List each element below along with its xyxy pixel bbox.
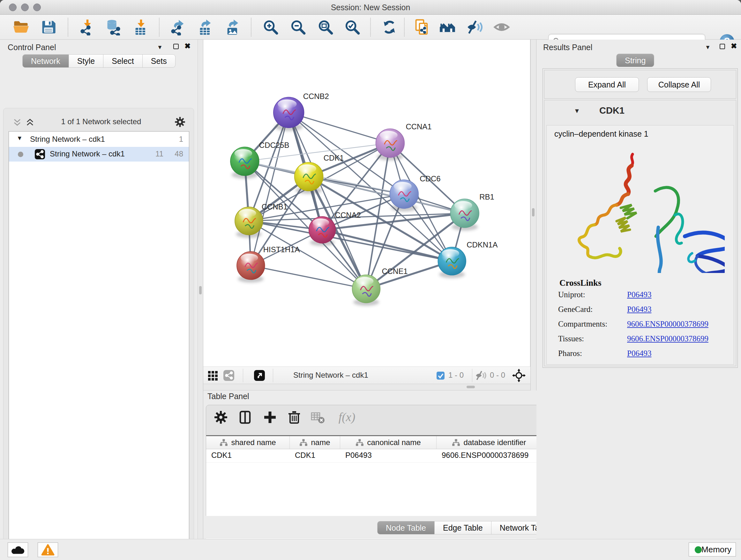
table-cell[interactable]: CDK1 xyxy=(290,449,340,462)
control-panel-float-icon[interactable] xyxy=(173,44,179,51)
network-name: String Network – cdk1 xyxy=(50,149,125,159)
node-CCNB2[interactable]: CCNB2 xyxy=(273,92,329,131)
collapse-all-icon[interactable] xyxy=(12,118,22,127)
edge-CCNB2-HIST1H1A[interactable] xyxy=(251,112,289,266)
selected-checkbox-icon[interactable] xyxy=(436,371,445,380)
splitter-handle[interactable] xyxy=(467,386,475,388)
column-header-shared-name[interactable]: shared name xyxy=(206,436,290,449)
gene-description: cyclin–dependent kinase 1 xyxy=(554,129,649,138)
node-CCNA2[interactable]: CCNA2 xyxy=(309,211,361,246)
import-table-file-icon[interactable] xyxy=(133,19,149,36)
show-hidden-icon[interactable] xyxy=(493,19,510,36)
apply-layout-icon[interactable] xyxy=(381,19,398,36)
results-panel-title: Results Panel xyxy=(543,43,592,52)
network-canvas[interactable]: CCNB2CCNA1CDC25BCDK1CDC6RB1CCNB1CCNA2CDK… xyxy=(203,40,530,367)
crosslink-link[interactable]: P06493 xyxy=(627,349,651,358)
statusbar-separator xyxy=(273,369,273,382)
expand-all-icon[interactable] xyxy=(25,118,35,127)
tab-sets[interactable]: Sets xyxy=(143,54,176,68)
collapse-entry-icon[interactable]: ▼ xyxy=(574,107,580,115)
create-column-icon[interactable] xyxy=(262,410,278,425)
hide-selected-icon[interactable] xyxy=(467,19,483,36)
export-image-icon[interactable] xyxy=(225,19,241,36)
memory-button[interactable]: Memory xyxy=(689,543,736,557)
crosslink-link[interactable]: P06493 xyxy=(627,305,651,314)
zoom-in-icon[interactable] xyxy=(262,19,279,36)
table-options-gear-icon[interactable] xyxy=(213,410,228,425)
statusbar-separator xyxy=(243,369,243,382)
tab-select[interactable]: Select xyxy=(104,54,142,68)
tab-network[interactable]: Network xyxy=(22,54,69,68)
node-CCNE1[interactable]: CCNE1 xyxy=(352,267,408,306)
column-header-database-identifier[interactable]: database identifier xyxy=(436,436,542,449)
results-panel-menu-icon[interactable]: ▼ xyxy=(705,44,711,51)
detach-view-icon[interactable] xyxy=(254,370,265,381)
show-columns-icon[interactable] xyxy=(238,410,253,425)
crosslink-row: Uniprot:P06493 xyxy=(558,290,724,305)
birdseye-crosshair-icon[interactable] xyxy=(512,369,526,382)
node-HIST1H1A[interactable]: HIST1H1A xyxy=(237,245,300,283)
crosslink-link[interactable]: P06493 xyxy=(627,290,651,299)
column-header-name[interactable]: name xyxy=(290,436,340,449)
tab-style[interactable]: Style xyxy=(69,54,104,68)
import-network-database-icon[interactable] xyxy=(105,19,122,36)
crosslink-row: Compartments:9606.ENSP00000378699 xyxy=(558,320,724,334)
open-session-icon[interactable] xyxy=(13,19,29,36)
network-collection-row[interactable]: ▼ String Network – cdk1 1 xyxy=(9,132,189,147)
control-panel-splitter[interactable] xyxy=(198,40,203,539)
control-panel-close-icon[interactable]: ✖ xyxy=(185,42,191,51)
save-session-icon[interactable] xyxy=(40,19,57,36)
table-panel-title: Table Panel xyxy=(207,392,249,401)
collection-expand-icon[interactable]: ▼ xyxy=(17,135,23,142)
table-panel-splitter[interactable] xyxy=(203,384,530,390)
delete-column-icon[interactable] xyxy=(286,410,302,425)
crosslink-link[interactable]: 9606.ENSP00000378699 xyxy=(627,320,709,328)
tab-node-table[interactable]: Node Table xyxy=(377,521,434,535)
copy-network-icon[interactable] xyxy=(414,19,430,36)
table-cell[interactable]: 9606.ENSP00000378699 xyxy=(436,449,542,462)
grid-view-icon[interactable] xyxy=(207,370,219,381)
column-header-canonical-name[interactable]: canonical name xyxy=(340,436,436,449)
zoom-fit-icon[interactable] xyxy=(317,19,334,36)
tab-string[interactable]: String xyxy=(616,54,654,67)
node-details-header[interactable]: ▼ CDK1 xyxy=(544,100,736,125)
node-CCNA1[interactable]: CCNA1 xyxy=(376,122,431,160)
home-networks-icon[interactable] xyxy=(439,19,456,36)
window-statusbar: Memory xyxy=(0,539,741,560)
network-list-icon[interactable] xyxy=(223,370,234,381)
network-options-gear-icon[interactable] xyxy=(174,116,186,128)
edge-CCNE1-HIST1H1A[interactable] xyxy=(251,266,366,289)
table-cell[interactable]: CDK1 xyxy=(206,449,290,462)
table-panel-tabs: Node TableEdge TableNetwork Table xyxy=(377,521,559,535)
zoom-selected-icon[interactable] xyxy=(344,19,360,36)
export-network-file-icon[interactable] xyxy=(170,19,186,36)
protein-structure-image xyxy=(556,145,725,273)
network-row[interactable]: String Network – cdk1 11 48 xyxy=(9,147,189,162)
network-view-title: String Network – cdk1 xyxy=(293,371,368,380)
edge-CCNB2-CCNE1[interactable] xyxy=(289,112,366,289)
splitter-handle[interactable] xyxy=(199,286,202,294)
collapse-all-button[interactable]: Collapse All xyxy=(647,77,711,92)
crosslink-link[interactable]: 9606.ENSP00000378699 xyxy=(627,334,709,343)
zoom-out-icon[interactable] xyxy=(290,19,307,36)
cloud-status-button[interactable] xyxy=(8,543,28,557)
node-label-HIST1H1A: HIST1H1A xyxy=(263,245,300,254)
results-panel-float-icon[interactable] xyxy=(720,44,725,51)
network-node-count: 11 xyxy=(155,149,163,159)
table-cell[interactable]: P06493 xyxy=(340,449,436,462)
expand-all-button[interactable]: Expand All xyxy=(575,77,639,92)
control-panel-menu-icon[interactable]: ▼ xyxy=(157,44,163,51)
splitter-handle[interactable] xyxy=(532,208,535,216)
node-RB1[interactable]: RB1 xyxy=(450,192,494,231)
node-label-CCNB2: CCNB2 xyxy=(303,92,329,101)
function-builder-icon: f(x) xyxy=(333,410,361,425)
edge-CCNB2-CCNA1[interactable] xyxy=(289,112,390,143)
warnings-button[interactable] xyxy=(38,543,58,557)
node-CDKN1A[interactable]: CDKN1A xyxy=(438,240,497,278)
results-panel-close-icon[interactable]: ✖ xyxy=(731,42,737,51)
import-network-file-icon[interactable] xyxy=(79,19,96,36)
tab-edge-table[interactable]: Edge Table xyxy=(434,521,491,535)
network-edge-count: 48 xyxy=(175,149,183,159)
window-title: Session: New Session xyxy=(0,3,741,12)
export-table-file-icon[interactable] xyxy=(197,19,214,36)
